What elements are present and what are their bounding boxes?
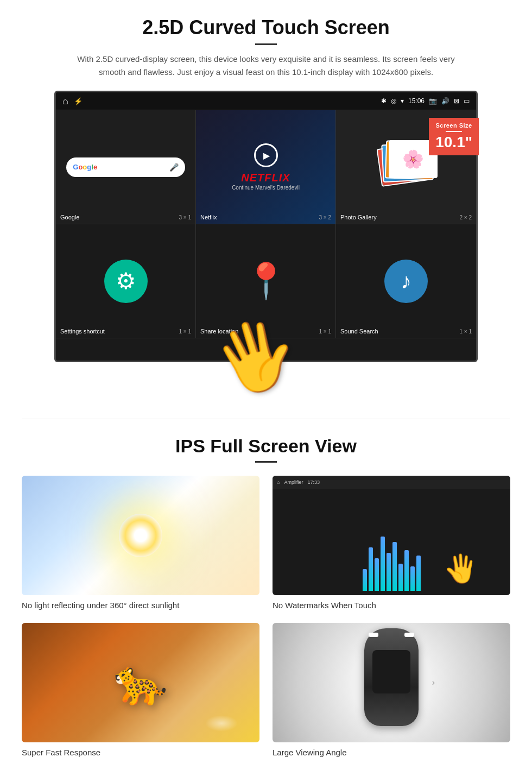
section1-title: 2.5D Curved Touch Screen — [33, 16, 499, 39]
section1-description: With 2.5D curved-display screen, this de… — [76, 53, 456, 79]
feature-fast-response: 🐆 Super Fast Response — [22, 623, 259, 757]
close-icon: ⊠ — [454, 97, 459, 105]
section1-divider — [255, 43, 277, 45]
google-search-bar[interactable]: Google 🎤 — [66, 157, 185, 177]
car-roof — [372, 650, 410, 693]
sunlight-visual — [22, 476, 259, 595]
device-wrapper: Screen Size 10.1" ⌂ ⚡ ✱ ◎ ▾ 15:06 📷 🔊 ⊠ — [54, 91, 478, 362]
screen-size-divider — [446, 131, 462, 132]
amp-bar-1 — [363, 569, 367, 591]
amp-bar-3 — [375, 558, 379, 591]
flower-icon: 🌸 — [402, 149, 424, 169]
car-body — [364, 628, 419, 726]
app-cell-settings[interactable]: ⚙ Settings shortcut 1 × 1 — [56, 224, 196, 338]
music-note-icon: ♪ — [401, 269, 411, 293]
netflix-play-button[interactable] — [254, 143, 278, 167]
feature-watermarks-label: No Watermarks When Touch — [273, 601, 510, 610]
settings-app-size: 1 × 1 — [179, 329, 191, 335]
gallery-app-size: 2 × 2 — [459, 215, 472, 220]
screen-size-label: Screen Size — [435, 122, 472, 129]
netflix-app-label: Netflix — [200, 214, 217, 220]
feature-sunlight-label: No light reflecting under 360° direct su… — [22, 601, 259, 610]
hand-touch-icon: 🖐 — [444, 553, 478, 584]
volume-icon: 🔊 — [441, 97, 449, 105]
home-icon[interactable]: ⌂ — [62, 96, 68, 107]
amp-bars — [363, 520, 421, 591]
google-mic-icon[interactable]: 🎤 — [169, 163, 179, 172]
status-bar-right: ✱ ◎ ▾ 15:06 📷 🔊 ⊠ ▭ — [381, 97, 470, 105]
sound-icon-bg: ♪ — [384, 260, 428, 303]
camera-icon: 📷 — [429, 97, 437, 105]
gallery-app-label: Photo Gallery — [340, 214, 377, 220]
feature-grid: No light reflecting under 360° direct su… — [22, 476, 510, 757]
amp-bar-8 — [404, 550, 409, 591]
amp-bar-9 — [410, 566, 415, 591]
app-grid: Google 🎤 Google 3 × 1 NETFLIX Continue M… — [56, 110, 476, 362]
netflix-logo: NETFLIX — [241, 172, 290, 184]
google-app-label: Google — [60, 214, 79, 220]
car-light-right — [404, 633, 414, 637]
amp-home-icon: ⌂ — [277, 480, 280, 485]
share-app-size: 1 × 1 — [319, 329, 331, 335]
amplifier-visual: ⌂ Amplifier 17:33 — [273, 476, 510, 595]
app-cell-sound[interactable]: ♪ Sound Search 1 × 1 — [336, 224, 476, 338]
amp-bar-4 — [381, 537, 385, 591]
maps-pin-icon: 📍 — [244, 261, 288, 301]
gps-icon: ◎ — [391, 97, 396, 105]
usb-icon: ⚡ — [74, 97, 83, 105]
netflix-subtitle: Continue Marvel's Daredevil — [232, 185, 300, 191]
feature-sunlight-image — [22, 476, 259, 595]
feature-watermarks: ⌂ Amplifier 17:33 — [273, 476, 510, 610]
google-logo: Google — [73, 163, 97, 171]
car-top-view: › — [359, 628, 424, 737]
screen-size-badge: Screen Size 10.1" — [429, 118, 479, 155]
guide-arrow-icon: › — [432, 678, 435, 687]
sound-app-label: Sound Search — [340, 328, 378, 335]
amp-bar-5 — [387, 553, 391, 591]
section-ips-screen: IPS Full Screen View No light reflecting… — [0, 419, 532, 757]
wifi-icon: ▾ — [401, 97, 404, 105]
sun-glow — [119, 514, 162, 557]
section-curved-screen: 2.5D Curved Touch Screen With 2.5D curve… — [0, 0, 532, 375]
feature-viewing-angle: › Large Viewing Angle — [273, 623, 510, 757]
app-cell-google[interactable]: Google 🎤 Google 3 × 1 — [56, 110, 196, 224]
netflix-app-size: 3 × 2 — [319, 215, 331, 220]
car-light-left — [369, 633, 378, 637]
app-cell-netflix[interactable]: NETFLIX Continue Marvel's Daredevil Netf… — [196, 110, 336, 224]
amp-header: ⌂ Amplifier 17:33 — [273, 476, 510, 489]
share-app-label: Share location — [200, 328, 238, 335]
dust-cloud — [205, 715, 238, 731]
bluetooth-icon: ✱ — [381, 97, 387, 105]
sound-app-size: 1 × 1 — [459, 329, 472, 335]
amp-bar-6 — [392, 542, 397, 591]
netflix-bg: NETFLIX Continue Marvel's Daredevil — [196, 110, 335, 224]
car-visual: › — [273, 623, 510, 742]
app-cell-share[interactable]: 📍 Share location 1 × 1 — [196, 224, 336, 338]
feature-sunlight: No light reflecting under 360° direct su… — [22, 476, 259, 610]
amp-bar-10 — [416, 556, 421, 591]
gear-icon: ⚙ — [116, 268, 136, 294]
google-app-size: 3 × 1 — [179, 215, 191, 220]
amp-bar-2 — [369, 547, 373, 591]
feature-car-image: › — [273, 623, 510, 742]
screen-size-number: 10.1" — [435, 134, 472, 151]
cheetah-icon: 🐆 — [113, 657, 168, 708]
feature-fast-label: Super Fast Response — [22, 748, 259, 757]
amp-time: 17:33 — [307, 480, 320, 485]
feature-angle-label: Large Viewing Angle — [273, 748, 510, 757]
settings-icon-bg: ⚙ — [104, 260, 148, 303]
settings-app-label: Settings shortcut — [60, 328, 105, 335]
status-bar-left: ⌂ ⚡ — [62, 96, 83, 107]
feature-watermarks-image: ⌂ Amplifier 17:33 — [273, 476, 510, 595]
amp-title: Amplifier — [284, 480, 303, 485]
section2-title: IPS Full Screen View — [22, 436, 510, 457]
device-screen: ⌂ ⚡ ✱ ◎ ▾ 15:06 📷 🔊 ⊠ ▭ — [54, 91, 478, 362]
section2-divider — [255, 461, 277, 463]
amp-bar-7 — [398, 564, 403, 591]
feature-cheetah-image: 🐆 — [22, 623, 259, 742]
time-display: 15:06 — [408, 97, 425, 105]
cheetah-visual: 🐆 — [22, 623, 259, 742]
status-bar: ⌂ ⚡ ✱ ◎ ▾ 15:06 📷 🔊 ⊠ ▭ — [56, 92, 476, 110]
window-icon: ▭ — [464, 97, 470, 105]
